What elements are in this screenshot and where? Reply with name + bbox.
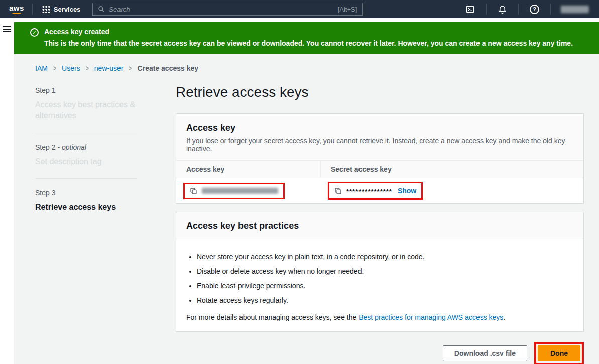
- wizard-step-2: Step 2 - optional Set description tag: [35, 143, 156, 167]
- download-csv-button[interactable]: Download .csv file: [443, 345, 527, 361]
- nav-divider: [518, 4, 519, 15]
- best-practices-card-title: Access key best practices: [186, 221, 573, 231]
- search-shortcut-hint: [Alt+S]: [338, 6, 357, 13]
- best-practice-item: Enable least-privilege permissions.: [197, 282, 573, 290]
- step-2-title: Set description tag: [35, 156, 143, 167]
- wizard-actions: Download .csv file Done: [176, 342, 584, 364]
- step-2-label: Step 2: [35, 143, 57, 151]
- aws-logo[interactable]: aws: [6, 5, 27, 14]
- services-menu[interactable]: Services: [38, 5, 85, 13]
- best-practice-item: Rotate access keys regularly.: [197, 296, 573, 304]
- banner-title: Access key created: [44, 28, 573, 36]
- nav-divider: [32, 4, 33, 15]
- access-key-value-redacted: [202, 188, 278, 194]
- success-banner: ✓ Access key created This is the only ti…: [14, 22, 599, 54]
- step-divider: [35, 178, 137, 179]
- services-label: Services: [54, 6, 81, 13]
- step-1-label: Step 1: [35, 86, 55, 94]
- access-key-card-description: If you lose or forget your secret access…: [186, 137, 573, 153]
- chevron-right-icon: >: [86, 64, 89, 72]
- step-3-title: Retrieve access keys: [35, 202, 143, 213]
- best-practice-item: Disable or delete access key when no lon…: [197, 267, 573, 275]
- search-icon: [98, 6, 105, 13]
- best-practices-footer: For more details about managing access k…: [186, 313, 573, 321]
- help-icon[interactable]: ?: [524, 5, 545, 14]
- page-title: Retrieve access keys: [176, 84, 584, 100]
- top-navbar: aws Services [Alt+S] ?: [0, 0, 599, 18]
- column-header-access-key: Access key: [176, 161, 321, 178]
- breadcrumb-current: Create access key: [138, 64, 198, 72]
- key-values-row: *************** Show: [176, 178, 583, 203]
- notifications-bell-icon[interactable]: [492, 5, 513, 14]
- access-key-card: Access key If you lose or forget your se…: [176, 113, 584, 204]
- step-3-label: Step 3: [35, 189, 55, 197]
- breadcrumb-iam[interactable]: IAM: [35, 64, 48, 72]
- nav-divider: [486, 4, 487, 15]
- secret-key-value-annotation: *************** Show: [328, 182, 423, 200]
- best-practices-list: Never store your access key in plain tex…: [197, 253, 573, 304]
- nav-divider: [550, 4, 551, 15]
- breadcrumb-new-user[interactable]: new-user: [94, 64, 124, 72]
- search-input[interactable]: [109, 6, 333, 13]
- access-key-card-title: Access key: [186, 123, 573, 133]
- breadcrumb-users[interactable]: Users: [62, 64, 80, 72]
- copy-secret-key-icon[interactable]: [334, 187, 342, 195]
- column-header-secret-access-key: Secret access key: [321, 161, 402, 178]
- account-menu-redacted[interactable]: [561, 6, 589, 13]
- aws-smile-icon: [11, 10, 22, 14]
- done-button-annotation: Done: [534, 342, 584, 364]
- chevron-right-icon: >: [129, 64, 132, 72]
- best-practices-link[interactable]: Best practices for managing AWS access k…: [358, 313, 503, 321]
- best-practices-card: Access key best practices Never store yo…: [176, 212, 584, 332]
- chevron-right-icon: >: [53, 64, 56, 72]
- wizard-steps-nav: Step 1 Access key best practices & alter…: [35, 81, 156, 364]
- step-1-title: Access key best practices & alternatives: [35, 99, 143, 122]
- done-button[interactable]: Done: [538, 345, 580, 361]
- wizard-step-3-active: Step 3 Retrieve access keys: [35, 189, 156, 213]
- cloudshell-button[interactable]: [459, 5, 481, 14]
- side-nav-rail: [0, 18, 14, 364]
- banner-message: This is the only time that the secret ac…: [44, 39, 573, 47]
- wizard-step-1: Step 1 Access key best practices & alter…: [35, 86, 156, 122]
- best-practice-item: Never store your access key in plain tex…: [197, 253, 573, 261]
- step-2-optional-label: - optional: [57, 143, 86, 151]
- breadcrumb: IAM > Users > new-user > Create access k…: [35, 64, 584, 72]
- access-key-value-annotation: [183, 183, 285, 199]
- success-check-icon: ✓: [30, 28, 39, 37]
- hamburger-menu-icon[interactable]: [3, 26, 11, 32]
- show-secret-key-link[interactable]: Show: [398, 187, 416, 195]
- step-divider: [35, 133, 137, 133]
- services-grid-icon: [42, 5, 50, 13]
- secret-key-masked-value: ***************: [346, 186, 392, 195]
- copy-access-key-icon[interactable]: [190, 187, 197, 195]
- global-search[interactable]: [Alt+S]: [92, 3, 363, 16]
